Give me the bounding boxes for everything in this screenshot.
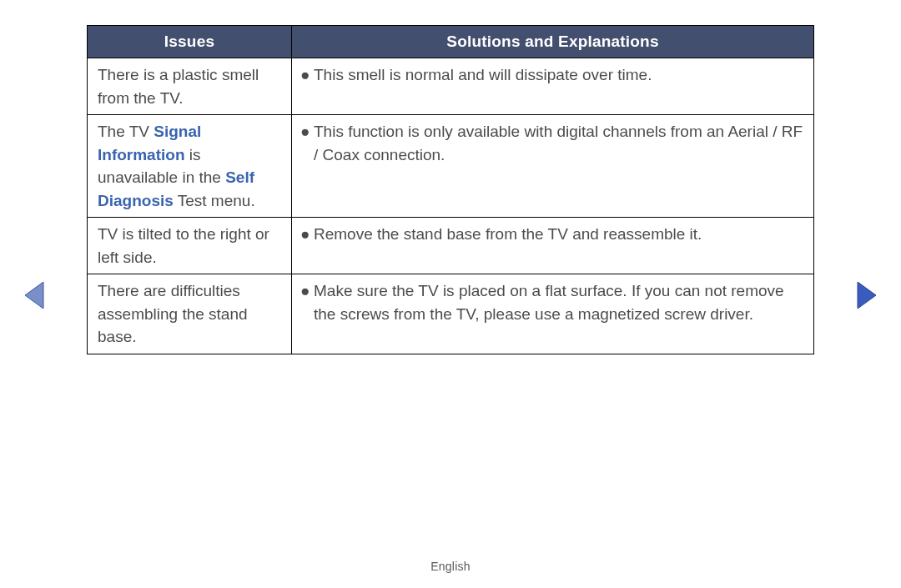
issue-text: There is a plastic smell from the TV. bbox=[98, 66, 259, 107]
bullet-icon: ● bbox=[299, 120, 314, 166]
issue-cell: The TV Signal Information is unavailable… bbox=[88, 115, 292, 218]
prev-page-button[interactable] bbox=[23, 280, 45, 310]
troubleshooting-table-container: Issues Solutions and Explanations There … bbox=[87, 25, 814, 354]
triangle-right-icon bbox=[856, 280, 878, 310]
next-page-button[interactable] bbox=[856, 280, 878, 310]
column-header-solutions: Solutions and Explanations bbox=[292, 26, 814, 58]
issue-cell: There is a plastic smell from the TV. bbox=[88, 58, 292, 115]
solution-cell: ●Remove the stand base from the TV and r… bbox=[292, 218, 814, 274]
issue-text: Test menu. bbox=[174, 192, 255, 209]
solution-text: Make sure the TV is placed on a flat sur… bbox=[314, 279, 805, 325]
issue-text: TV is tilted to the right or left side. bbox=[98, 225, 269, 266]
bullet-icon: ● bbox=[299, 63, 314, 87]
manual-page: Issues Solutions and Explanations There … bbox=[0, 0, 901, 588]
column-header-issues: Issues bbox=[88, 26, 292, 58]
solution-cell: ●This function is only available with di… bbox=[292, 115, 814, 218]
solution-cell: ●Make sure the TV is placed on a flat su… bbox=[292, 274, 814, 354]
issue-cell: There are difficulties assembling the st… bbox=[88, 274, 292, 354]
issue-text: There are difficulties assembling the st… bbox=[98, 282, 248, 345]
footer-language-label: English bbox=[0, 560, 901, 573]
table-row: TV is tilted to the right or left side.●… bbox=[88, 218, 814, 274]
triangle-left-icon bbox=[23, 280, 45, 310]
table-row: There are difficulties assembling the st… bbox=[88, 274, 814, 354]
bullet-icon: ● bbox=[299, 279, 314, 325]
solution-cell: ●This smell is normal and will dissipate… bbox=[292, 58, 814, 115]
table-body: There is a plastic smell from the TV.●Th… bbox=[88, 58, 814, 354]
issue-text: The TV bbox=[98, 123, 154, 140]
svg-marker-1 bbox=[858, 282, 876, 309]
table-row: There is a plastic smell from the TV.●Th… bbox=[88, 58, 814, 115]
troubleshooting-table: Issues Solutions and Explanations There … bbox=[87, 25, 814, 354]
solution-text: Remove the stand base from the TV and re… bbox=[314, 223, 805, 246]
bullet-icon: ● bbox=[299, 223, 314, 246]
solution-text: This function is only available with dig… bbox=[314, 120, 805, 166]
table-row: The TV Signal Information is unavailable… bbox=[88, 115, 814, 218]
svg-marker-0 bbox=[25, 282, 43, 309]
issue-cell: TV is tilted to the right or left side. bbox=[88, 218, 292, 274]
solution-text: This smell is normal and will dissipate … bbox=[314, 63, 805, 87]
